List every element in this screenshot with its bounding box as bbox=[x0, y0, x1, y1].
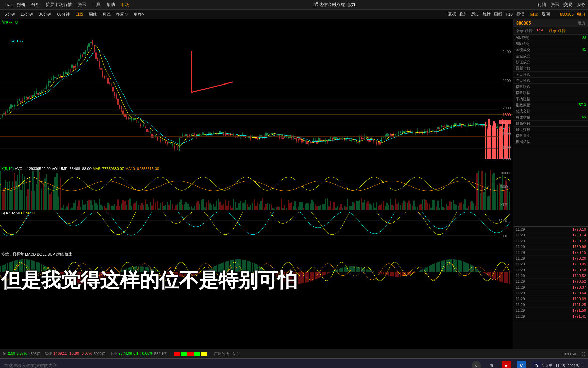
menu-gongju[interactable]: 工具 bbox=[89, 0, 103, 10]
data-table-row: 国债成交41 bbox=[513, 47, 588, 53]
data-table-row: 总成交额 bbox=[513, 108, 588, 114]
tb-multiperiod[interactable]: 多周期 bbox=[114, 11, 130, 18]
taskbar-icons: ○ ⊞ ★ V ⊙ bbox=[472, 361, 541, 368]
taskbar-grid-btn[interactable]: ⊞ bbox=[487, 361, 496, 368]
tb-stock-name: 电力 bbox=[577, 11, 585, 17]
svg-text:10000: 10000 bbox=[500, 171, 510, 175]
notification-icon[interactable]: □ bbox=[582, 364, 584, 368]
menu-bangzhu[interactable]: 帮助 bbox=[103, 0, 118, 10]
macd-chart[interactable]: 模式：只买方 MACD BOLL SUP 虚线 快线 bbox=[0, 251, 513, 349]
ticker-row: 11:291790.52 bbox=[513, 279, 588, 285]
status-small: 中小 9674.98 0.14 0.00% 634.1亿 bbox=[110, 351, 167, 356]
tb-daily[interactable]: 日线 bbox=[73, 11, 85, 18]
ticker-row: 11:291789.98 bbox=[513, 244, 588, 250]
taskbar-red-icon[interactable]: ★ bbox=[502, 361, 511, 368]
menu-fenxi[interactable]: 分析 bbox=[29, 0, 43, 10]
taskbar-v-icon[interactable]: V bbox=[517, 361, 526, 368]
tb-f10[interactable]: F10 bbox=[506, 12, 513, 17]
data-table-row: 昨日收盘 bbox=[513, 78, 588, 84]
data-table-row: 基金成交 bbox=[513, 53, 588, 59]
svg-text:X1万: X1万 bbox=[500, 203, 508, 207]
tb-monthly[interactable]: 月线 bbox=[100, 11, 113, 18]
chart-top-info: 前复权 bbox=[1, 20, 18, 25]
ticker-row: 11:291790.20 bbox=[513, 256, 588, 261]
data-table-row: 板指类型 bbox=[513, 139, 588, 145]
data-table-row: 最新指数 bbox=[513, 65, 588, 72]
tb-more[interactable]: 更多> bbox=[132, 11, 146, 18]
kd-info: B) K: 92.50 D: 90.11 bbox=[1, 211, 35, 215]
tb-60min[interactable]: 60分钟 bbox=[55, 11, 71, 18]
tb-zixuan[interactable]: +自选 bbox=[528, 11, 538, 17]
right-panel-code: 880305 bbox=[516, 20, 531, 26]
ticker-row: 11:291790.52 bbox=[513, 273, 588, 279]
data-table-row: 指数涨幅 bbox=[513, 90, 588, 96]
sz-amount: 5012亿 bbox=[94, 351, 105, 356]
tb-fanhui[interactable]: 返回 bbox=[542, 11, 550, 17]
data-table-row: A股成交93 bbox=[513, 35, 588, 41]
data-table-row: 指数量比 bbox=[513, 133, 588, 139]
ticker-row: 11:291790.19 bbox=[513, 227, 588, 232]
menu-jiaoyi[interactable]: 交易 bbox=[564, 2, 572, 8]
sz-label: 深证 bbox=[45, 351, 52, 356]
data-table: A股成交93B股成交国债成交41基金成交权证成交最新指数今日开盘昨日收盘指数涨跌… bbox=[513, 35, 588, 226]
ticker-row: 11:291790.58 bbox=[513, 267, 588, 273]
data-table-row: 平均涨幅 bbox=[513, 96, 588, 102]
tb-fuquan[interactable]: 复权 bbox=[448, 11, 456, 17]
tb-15min[interactable]: 15分钟 bbox=[19, 11, 35, 18]
ticker-row: 11:291791.41 bbox=[513, 313, 588, 319]
data-table-row: 权证成交 bbox=[513, 59, 588, 65]
menu-hat[interactable]: hat bbox=[3, 0, 14, 10]
sz-value: 14692.1 bbox=[53, 351, 67, 356]
ticker-row: 11:291790.15 bbox=[513, 250, 588, 256]
menu-shichang[interactable]: 市场 bbox=[118, 0, 132, 10]
kd-chart[interactable]: 80.00 50.00 B) K: 92.50 D: 90.11 bbox=[0, 210, 513, 251]
data-table-row: 最低指数 bbox=[513, 127, 588, 133]
chart-area: 2400 2200 2000 1800 1600 1400 1200 1000 bbox=[0, 19, 513, 349]
sh-amount: 4305亿 bbox=[29, 351, 40, 356]
ticker-list: 11:291790.1911:291790.1411:291790.1211:2… bbox=[513, 226, 588, 349]
menu-zixun2[interactable]: 资讯 bbox=[551, 2, 559, 8]
tb-tongji[interactable]: 统计 bbox=[483, 11, 491, 17]
main-content: 2400 2200 2000 1800 1600 1400 1200 1000 bbox=[0, 19, 588, 349]
sys-time: 11:43 bbox=[555, 364, 565, 368]
right-panel-name: 电力 bbox=[578, 20, 585, 26]
sm-amount: 634.1亿 bbox=[154, 351, 167, 356]
tb-5min[interactable]: 5分钟 bbox=[3, 11, 17, 18]
menu-fuwu[interactable]: 服务 bbox=[576, 2, 585, 8]
taskbar-search: 在这里输入你要搜索的内容 bbox=[4, 363, 472, 368]
macd-info: 模式：只买方 MACD BOLL SUP 虚线 快线 bbox=[1, 252, 72, 257]
pattern-indicators bbox=[174, 352, 207, 356]
fullscreen-icon[interactable]: ⛶ bbox=[582, 352, 585, 356]
sm-pct: 0.00% bbox=[142, 351, 153, 356]
tb-huaxian[interactable]: 画线 bbox=[494, 11, 502, 17]
ticker-row: 11:291790.37 bbox=[513, 285, 588, 290]
sys-date: 2021/8 bbox=[568, 364, 579, 368]
menu-right: 行情 资讯 交易 服务 bbox=[538, 2, 585, 8]
menu-kuozhan[interactable]: 扩展市场行情 bbox=[43, 0, 75, 10]
toolbar-sep bbox=[149, 12, 149, 17]
tb-stock-code: 880305 bbox=[560, 12, 574, 17]
right-panel: 880305 电力 涨家·跌停 65/0 跌家·跌停 A股成交93B股成交国债成… bbox=[513, 19, 588, 349]
price-chart[interactable]: 2400 2200 2000 1800 1600 1400 1200 1000 bbox=[0, 19, 513, 166]
top-menu: hat 报价 分析 扩展市场行情 资讯 工具 帮助 市场 通达信金融终端 电力 … bbox=[0, 0, 588, 10]
volume-chart[interactable]: 10000 5000 X1万 X(5,10) VVOL: 129339592.0… bbox=[0, 166, 513, 210]
ticker-row: 11:291791.25 bbox=[513, 302, 588, 308]
sh-change: 0.07% bbox=[16, 351, 27, 356]
menu-zixun[interactable]: 资讯 bbox=[75, 0, 89, 10]
app-title: 通达信金融终端 电力 bbox=[132, 2, 538, 8]
video-timer: 00:00:40 bbox=[563, 352, 577, 356]
menu-baojia[interactable]: 报价 bbox=[14, 0, 29, 10]
taskbar-circle-btn[interactable]: ○ bbox=[472, 361, 481, 368]
sector-action[interactable]: 跌家·跌停 bbox=[549, 28, 566, 34]
tb-diejia[interactable]: 叠加 bbox=[459, 11, 468, 17]
taskbar-cam-icon[interactable]: ⊙ bbox=[532, 361, 541, 368]
tb-biaoji[interactable]: 标记 bbox=[516, 11, 524, 17]
toolbar: 5分钟 15分钟 30分钟 60分钟 日线 周线 月线 多周期 更多> 复权 叠… bbox=[0, 10, 588, 19]
sector-label: 涨家·跌停 bbox=[516, 28, 533, 34]
tb-lishi[interactable]: 历史 bbox=[471, 11, 479, 17]
right-panel-subheader: 涨家·跌停 65/0 跌家·跌停 bbox=[513, 27, 588, 35]
ticker-row: 11:291790.14 bbox=[513, 232, 588, 238]
tb-weekly[interactable]: 周线 bbox=[87, 11, 99, 18]
menu-hangqing[interactable]: 行情 bbox=[538, 2, 546, 8]
tb-30min[interactable]: 30分钟 bbox=[37, 11, 53, 18]
